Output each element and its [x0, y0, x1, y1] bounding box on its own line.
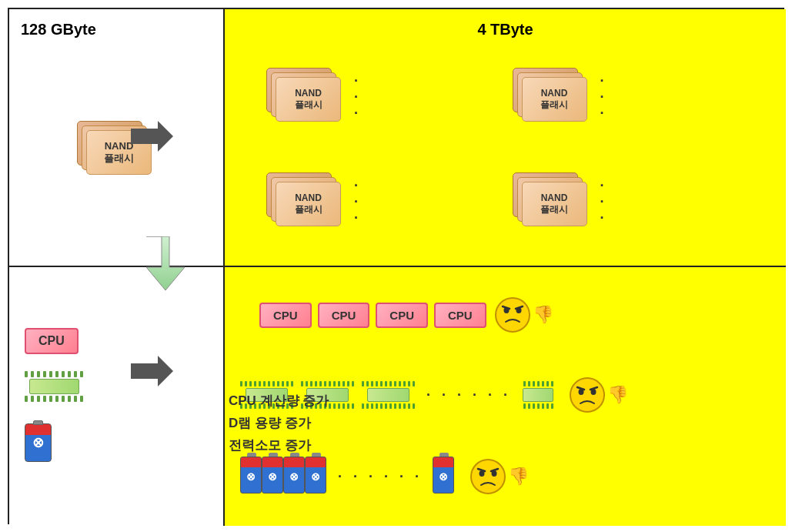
dots-7: · — [354, 179, 358, 192]
nand-label-tr1: NAND — [295, 88, 322, 99]
info-line2: D램 용량 증가 — [229, 413, 329, 435]
nand-sub-tr2: 플래시 — [540, 99, 568, 112]
cell-top-right: 4 TByte NAND 플래시 · · — [225, 9, 786, 267]
nand-label-tr2: NAND — [541, 88, 568, 99]
nand-label-tr4: NAND — [541, 192, 568, 203]
cpu-box-br4: CPU — [434, 303, 486, 328]
svg-point-10 — [471, 460, 505, 494]
info-line1: CPU 계산량 증가 — [229, 390, 329, 413]
nand-sub-tr4: 플래시 — [540, 203, 568, 216]
cpu-label-br2: CPU — [332, 309, 356, 322]
dots-9: · — [354, 211, 358, 225]
cell-bottom-left: CPU — [9, 267, 225, 526]
arrow-right-top — [131, 121, 173, 155]
dots-5: · — [600, 90, 604, 104]
nand-label-tr3: NAND — [295, 192, 322, 203]
battery-row-bl: ⊗ — [25, 419, 208, 465]
battery-visual-bl: ⊗ — [25, 419, 63, 465]
dots-11: · — [600, 195, 604, 209]
cpu-label-br1: CPU — [273, 309, 298, 322]
angry-emoji-1: 👎 — [494, 296, 553, 333]
ram-chip-bl — [25, 371, 83, 402]
cpu-box-br2: CPU — [318, 303, 370, 328]
cpu-box-br1: CPU — [259, 303, 312, 328]
cpu-label-bl: CPU — [38, 334, 65, 347]
dots-3: · — [354, 106, 358, 120]
cpu-label-br3: CPU — [389, 309, 414, 322]
dots-12: · — [600, 211, 604, 225]
nand-sub-tr3: 플래시 — [295, 203, 322, 216]
ram-dots: · · · · · · — [426, 387, 511, 403]
dots-1: · — [354, 74, 358, 88]
dots-4: · — [600, 74, 604, 88]
info-line3: 전력소모 증가 — [229, 435, 329, 457]
ram-row-bl — [25, 371, 208, 402]
svg-marker-17 — [131, 356, 173, 386]
svg-marker-16 — [146, 236, 185, 290]
info-text-block: CPU 계산량 증가 D램 용량 증가 전력소모 증가 — [225, 386, 333, 461]
cpu-row-br: CPU CPU CPU CPU — [232, 296, 774, 333]
tl-title: 128 GByte — [21, 21, 96, 38]
cpu-row-bl: CPU — [25, 328, 208, 354]
dots-10: · — [600, 179, 604, 192]
dots-8: · — [354, 195, 358, 209]
angry-emoji-3: 👎 — [470, 458, 529, 495]
dots-6: · — [600, 106, 604, 120]
angry-emoji-2: 👎 — [569, 376, 628, 413]
arrow-down-center — [146, 236, 185, 293]
tr-title: 4 TByte — [240, 21, 770, 38]
nand-sub-tr1: 플래시 — [295, 99, 322, 112]
batteries-row-br: ⊗ ⊗ ⊗ — [232, 457, 774, 497]
dots-2: · — [354, 90, 358, 104]
svg-point-5 — [570, 378, 604, 412]
arrow-right-bottom — [131, 356, 173, 390]
nand-group-1: NAND 플래시 · · · — [263, 49, 502, 146]
nand-label: NAND — [105, 140, 134, 152]
cpu-box-br3: CPU — [376, 303, 428, 328]
svg-marker-15 — [131, 121, 173, 152]
nand-group-4: NAND 플래시 · · · — [510, 153, 748, 250]
nand-group-3: NAND 플래시 · · · — [263, 153, 502, 250]
cpu-label-br4: CPU — [448, 309, 473, 322]
nand-group-2: NAND 플래시 · · · — [510, 49, 748, 146]
cell-top-left: 128 GByte NAND 플래시 — [9, 9, 225, 267]
cpu-box-bl: CPU — [25, 328, 79, 354]
battery-dots: · · · · · · — [338, 469, 423, 485]
svg-point-0 — [496, 298, 530, 332]
nand-sub: 플래시 — [104, 152, 134, 166]
